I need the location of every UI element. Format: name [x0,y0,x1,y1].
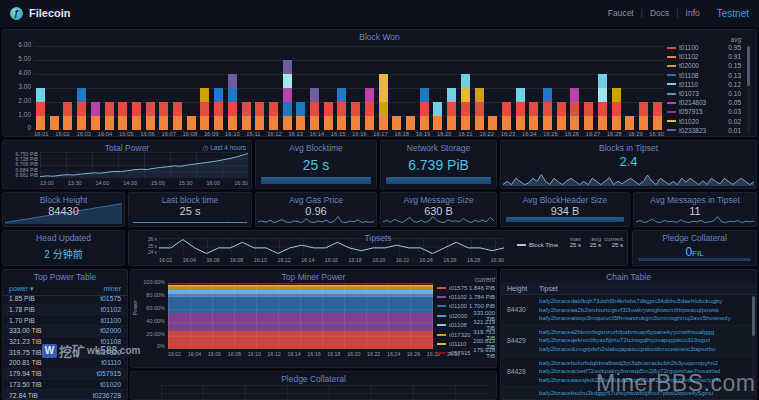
table-row: 1.70 PiB t01100 [3,315,127,326]
legend-item[interactable]: t057915 179.938 TiB [437,349,495,358]
panel-avg-messages-in-tipset: Avg Messages in Tipset 11 [633,192,757,227]
chain-table-row: 84430 bafy2bzacedabfkqh73dsh6b4krlebs7dk… [501,295,751,326]
table-row: 321.23 TiB t01108 [3,337,127,348]
total-power-y-axis: 6.750 PiB6.728 PiB6.706 PiB6.684 PiB6.66… [5,152,38,177]
legend-item[interactable]: t01102 1.784 PiB [437,292,495,301]
env-label-testnet[interactable]: Testnet [717,8,749,19]
brand[interactable]: ƒ Filecoin [10,7,71,20]
chain-table-row: 84427 bafy2bzacebsclru2kdggy57uhvyhtcwfc… [501,387,751,400]
legend-item-block-time[interactable]: Block Time [517,242,561,248]
panel-title-avg-blocktime[interactable]: Avg Blocktime [256,143,376,153]
chain-table-rows: 84430 bafy2bzacedabfkqh73dsh6b4krlebs7dk… [501,295,751,400]
legend-item[interactable]: t01108 0.13 [667,71,751,80]
table-row: 200.81 TiB t01110 [3,358,127,369]
series-dash-icon [437,352,446,354]
top-power-table-rows: 1.85 PiB t01575 1.78 PiB t01102 1.70 PiB… [3,294,127,400]
top-miner-power-legend: current t01575 1.846 PiB t01102 1.784 Pi… [437,276,495,358]
panel-title-pledge-collateral[interactable]: Pledge Collateral [633,233,756,243]
stat-pledge-collateral: 0FIL [633,245,756,259]
nav-link[interactable]: Docs [650,8,679,18]
panel-title-head-updated[interactable]: Head Updated [3,233,124,243]
legend-item[interactable]: t0214803 0.05 [667,98,751,107]
stat-bar [638,258,751,261]
chain-table-row: 84428 bafy2bzaceboforhdqfdwalbstdj3yt3qb… [501,357,751,388]
block-won-plot[interactable] [34,46,664,130]
top-nav: FaucetDocsInfo Testnet [608,8,749,19]
legend-item[interactable]: t0233823 0.01 [667,126,751,135]
panel-title-chain-table[interactable]: Chain Table [501,272,756,282]
panel-title-block-won[interactable]: Block Won [3,32,756,42]
table-row: 1.85 PiB t01575 [3,294,127,305]
panel-pledge-collateral-chart: Pledge Collateral [130,371,497,400]
panel-title-avg-messages-in-tipset[interactable]: Avg Messages in Tipset [634,195,756,205]
legend-scrollbar[interactable] [747,46,750,134]
series-dash-icon [437,324,446,326]
top-miner-power-y-label: Power [132,300,138,316]
chain-table-header: Height Tipset [501,283,756,295]
blocks-in-tipset-sparkline [503,173,754,186]
time-range-label[interactable]: ◷ Last 4 hours [203,144,246,152]
top-bar: ƒ Filecoin FaucetDocsInfo Testnet [0,0,759,27]
panel-top-power-table: Top Power Table power ▾ miner 1.85 PiB t… [2,269,128,400]
pledge-collateral-plot[interactable] [161,385,488,399]
panel-title-top-power-table[interactable]: Top Power Table [3,272,127,282]
table-row: 319.75 TiB t017320 [3,347,127,358]
legend-item[interactable]: t01020 0.02 [667,117,751,126]
panel-title-avg-gas-price[interactable]: Avg Gas Price [256,195,376,205]
table-row: 333.00 TiB t02000 [3,326,127,337]
series-dash-icon [437,305,446,307]
chain-table-scrollbar[interactable] [752,296,755,396]
series-dash-icon [667,111,676,113]
legend-item[interactable]: t01073 0.10 [667,89,751,98]
total-power-plot[interactable] [40,152,248,178]
column-power-sort[interactable]: power ▾ [9,285,103,293]
legend-item[interactable]: t01100 0.95 [667,43,751,52]
legend-item[interactable]: t01575 1.846 PiB [437,283,495,292]
series-dash-icon [667,102,676,104]
avg-gas-price-sparkline [258,215,374,224]
stat-bar [261,177,371,184]
panel-title-pledge-collateral-chart[interactable]: Pledge Collateral [131,374,496,384]
panel-title-blocks-in-tipset[interactable]: Blocks in Tipset [501,143,756,153]
series-dash-icon [667,65,676,67]
last-block-time-sparkline [133,216,247,224]
series-dash-icon [667,129,676,131]
panel-title-avg-blockheader-size[interactable]: Avg BlockHeader Size [501,195,629,205]
series-dash-icon [667,93,676,95]
series-dash-icon [437,343,446,345]
legend-item[interactable]: t01102 0.91 [667,52,751,61]
top-miner-power-plot[interactable] [168,283,433,349]
legend-item[interactable]: t02000 0.15 [667,61,751,70]
nav-link[interactable]: Info [686,8,700,18]
brand-title: Filecoin [29,7,71,19]
table-row: 179.94 TiB t057915 [3,369,127,380]
panel-avg-blocktime: Avg Blocktime 25 s [255,140,377,189]
panel-title-avg-message-size[interactable]: Avg Message Size [381,195,496,205]
top-miner-power-stack [168,283,433,349]
stat-blocks-in-tipset: 2.4 [501,154,756,169]
panel-network-storage: Network Storage 6.739 PiB [380,140,497,189]
panel-title-network-storage[interactable]: Network Storage [381,143,496,153]
stat-head-updated: 2 分钟前 [3,246,124,261]
series-dash-icon [667,56,676,58]
stat-bar [506,217,624,222]
block-won-x-axis: 16:0116:0216:0316:0416:0516:0616:0716:08… [34,131,664,137]
panel-total-power: Total Power ◷ Last 4 hours 6.750 PiB6.72… [2,140,252,189]
column-tipset: Tipset [539,285,558,292]
tipsets-plot[interactable] [159,238,504,255]
column-miner[interactable]: miner [103,285,121,293]
stat-avg-blockheader-size: 934 B [501,205,629,217]
tipsets-legend: max avg current Block Time 25 s 25 s 25 … [517,236,623,248]
filecoin-dashboard: ƒ Filecoin FaucetDocsInfo Testnet Block … [0,0,759,400]
panel-title-last-block-time[interactable]: Last block time [129,195,251,205]
legend-item[interactable]: t01110 0.12 [667,80,751,89]
series-dash-icon [517,244,526,246]
panel-avg-gas-price: Avg Gas Price 0.96 [255,192,377,227]
legend-header-avg: avg [667,36,751,43]
nav-link[interactable]: Faucet [608,8,643,18]
stat-avg-blocktime: 25 s [256,157,376,173]
avg-message-size-sparkline [383,215,494,224]
legend-item[interactable]: t057915 0.03 [667,107,751,116]
panel-tipsets: Tipsets 26 s25 s24 s 16:0216:0416:0616:0… [128,230,628,266]
avg-messages-in-tipset-sparkline [636,215,754,224]
